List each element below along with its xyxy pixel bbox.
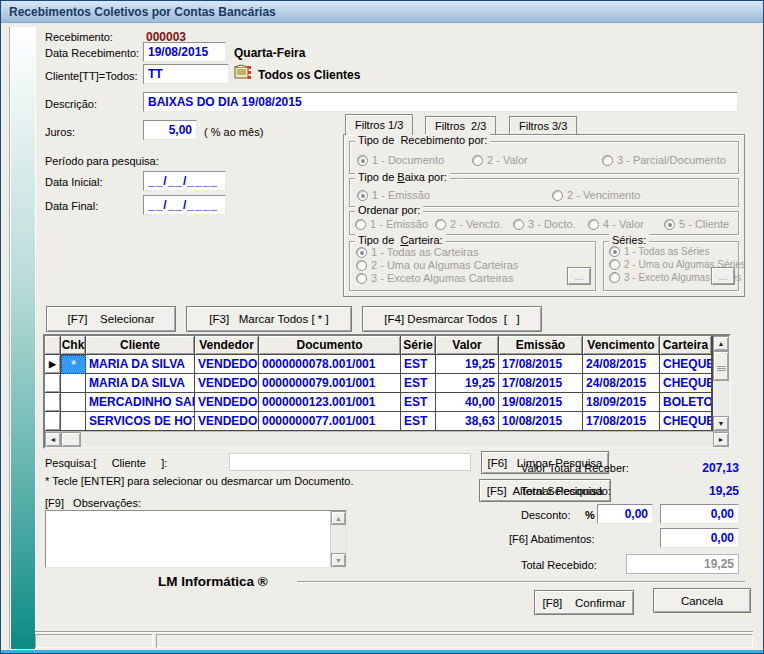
cell-cliente[interactable]: MERCADINHO SAN xyxy=(86,393,195,412)
cancela-button[interactable]: Cancela xyxy=(653,588,751,613)
col-header-vencimento[interactable]: Vencimento xyxy=(583,336,660,355)
marcar-todos-button[interactable]: [F3] Marcar Todos [ * ] xyxy=(186,306,352,332)
pesquisa-input[interactable] xyxy=(229,453,471,471)
cell-emissao[interactable]: 19/08/2015 xyxy=(499,393,583,412)
descricao-input[interactable] xyxy=(143,92,738,112)
cell-valor[interactable]: 40,00 xyxy=(436,393,499,412)
cell-carteira[interactable]: CHEQUE xyxy=(660,374,712,393)
cell-documento[interactable]: 0000000123.001/001 xyxy=(259,393,401,412)
data-inicial-input[interactable] xyxy=(143,171,226,191)
cell-vendedor[interactable]: VENDEDOR xyxy=(195,393,259,412)
cell-valor[interactable]: 19,25 xyxy=(436,374,499,393)
horizontal-scroll-thumb[interactable] xyxy=(61,432,81,447)
table-row[interactable]: SERVICOS DE HOT VENDEDOR 0000000077.001/… xyxy=(45,412,729,431)
tab-filtros-3[interactable]: Filtros 3/3 xyxy=(509,116,577,135)
table-row[interactable]: MERCADINHO SAN VENDEDOR 0000000123.001/0… xyxy=(45,393,729,412)
vertical-scroll-thumb[interactable] xyxy=(713,351,729,381)
cell-serie[interactable]: EST xyxy=(401,412,436,431)
scroll-right-icon[interactable]: ► xyxy=(713,432,729,447)
documents-grid: Chk Cliente Vendedor Documento Série Val… xyxy=(43,334,731,449)
cell-vencimento[interactable]: 24/08/2015 xyxy=(583,355,660,374)
data-final-input[interactable] xyxy=(143,195,226,215)
cell-documento[interactable]: 0000000078.001/001 xyxy=(259,355,401,374)
radio-ordenar-docto[interactable]: 3 - Docto. xyxy=(513,218,576,230)
cliente-lookup-icon[interactable] xyxy=(234,63,253,81)
desmarcar-todos-button[interactable]: [F4] Desmarcar Todos [ ] xyxy=(362,306,542,332)
col-header-vendedor[interactable]: Vendedor xyxy=(195,336,259,355)
tab-filtros-2[interactable]: Filtros 2/3 xyxy=(425,116,496,135)
grid-corner-cell xyxy=(45,336,61,355)
cell-documento[interactable]: 0000000077.001/001 xyxy=(259,412,401,431)
radio-ordenar-cliente[interactable]: 5 - Cliente xyxy=(664,218,729,230)
scroll-up-icon[interactable]: ▲ xyxy=(713,336,729,351)
col-header-carteira[interactable]: Carteira xyxy=(660,336,712,355)
cell-carteira[interactable]: BOLETO xyxy=(660,393,712,412)
cell-carteira[interactable]: CHEQUE xyxy=(660,412,712,431)
group-tipo-recebimento: Tipo de Recebimento por: 1 - Documento 2… xyxy=(349,141,739,174)
radio-carteira-algumas[interactable]: 2 - Uma ou Algumas Carteiras xyxy=(356,259,518,271)
series-ellipsis-button[interactable]: ... xyxy=(711,267,735,285)
radio-ordenar-valor[interactable]: 4 - Valor xyxy=(588,218,644,230)
cell-documento[interactable]: 0000000079.001/001 xyxy=(259,374,401,393)
cell-chk[interactable] xyxy=(61,374,86,393)
radio-ordenar-vencto[interactable]: 2 - Vencto. xyxy=(435,218,503,230)
radio-icon xyxy=(609,259,620,270)
scroll-down-icon[interactable]: ▼ xyxy=(331,553,346,567)
cell-carteira[interactable]: CHEQUE xyxy=(660,355,712,374)
cell-chk[interactable]: * xyxy=(61,355,86,374)
carteira-ellipsis-button[interactable]: ... xyxy=(567,267,591,285)
cell-chk[interactable] xyxy=(61,393,86,412)
cliente-input[interactable] xyxy=(143,64,229,84)
radio-recebimento-parcial[interactable]: 3 - Parcial/Documento xyxy=(602,154,726,166)
cell-valor[interactable]: 19,25 xyxy=(436,355,499,374)
cell-vencimento[interactable]: 18/09/2015 xyxy=(583,393,660,412)
tab-filtros-1[interactable]: Filtros 1/3 xyxy=(345,114,413,135)
cell-vencimento[interactable]: 24/08/2015 xyxy=(583,374,660,393)
desconto-percent-input[interactable] xyxy=(597,504,653,524)
title-bar[interactable]: Recebimentos Coletivos por Contas Bancár… xyxy=(1,1,763,23)
table-row[interactable]: ▶ * MARIA DA SILVA VENDEDOR 0000000078.0… xyxy=(45,355,729,374)
col-header-valor[interactable]: Valor xyxy=(436,336,499,355)
radio-recebimento-valor[interactable]: 2 - Valor xyxy=(472,154,528,166)
cell-serie[interactable]: EST xyxy=(401,374,436,393)
cell-vendedor[interactable]: VENDEDOR xyxy=(195,355,259,374)
cell-emissao[interactable]: 17/08/2015 xyxy=(499,355,583,374)
cell-cliente[interactable]: SERVICOS DE HOT xyxy=(86,412,195,431)
cell-serie[interactable]: EST xyxy=(401,393,436,412)
cell-valor[interactable]: 38,63 xyxy=(436,412,499,431)
col-header-cliente[interactable]: Cliente xyxy=(86,336,195,355)
cell-vendedor[interactable]: VENDEDOR xyxy=(195,412,259,431)
data-recebimento-input[interactable] xyxy=(143,42,226,62)
juros-input[interactable] xyxy=(143,120,197,140)
col-header-chk[interactable]: Chk xyxy=(61,336,86,355)
observacoes-textarea[interactable]: ▲ ▼ xyxy=(45,510,347,568)
desconto-valor-input[interactable] xyxy=(660,504,739,524)
scroll-left-icon[interactable]: ◄ xyxy=(45,432,61,447)
cell-serie[interactable]: EST xyxy=(401,355,436,374)
radio-baixa-vencimento[interactable]: 2 - Vencimento xyxy=(552,189,640,201)
cell-vendedor[interactable]: VENDEDOR xyxy=(195,374,259,393)
table-row[interactable]: MARIA DA SILVA VENDEDOR 0000000079.001/0… xyxy=(45,374,729,393)
radio-carteira-todas[interactable]: 1 - Todas as Carteiras xyxy=(356,246,478,258)
col-header-emissao[interactable]: Emissão xyxy=(499,336,583,355)
cell-cliente[interactable]: MARIA DA SILVA xyxy=(86,374,195,393)
confirmar-button[interactable]: [F8] Confirmar xyxy=(534,590,634,615)
scroll-up-icon[interactable]: ▲ xyxy=(331,511,346,525)
col-header-serie[interactable]: Série xyxy=(401,336,436,355)
radio-series-todas[interactable]: 1 - Todas as Séries xyxy=(609,246,709,257)
cell-chk[interactable] xyxy=(61,412,86,431)
scroll-down-icon[interactable]: ▼ xyxy=(713,416,729,431)
radio-carteira-exceto[interactable]: 3 - Exceto Algumas Carteiras xyxy=(356,272,513,284)
cell-vencimento[interactable]: 17/08/2015 xyxy=(583,412,660,431)
abatimentos-input[interactable] xyxy=(660,528,739,548)
cell-emissao[interactable]: 10/08/2015 xyxy=(499,412,583,431)
grid-horizontal-scrollbar[interactable]: ◄ ► xyxy=(45,431,729,447)
col-header-documento[interactable]: Documento xyxy=(259,336,401,355)
cell-cliente[interactable]: MARIA DA SILVA xyxy=(86,355,195,374)
selecionar-button[interactable]: [F7] Selecionar xyxy=(46,306,176,332)
radio-ordenar-emissao[interactable]: 1 - Emissão xyxy=(355,218,428,230)
radio-recebimento-documento[interactable]: 1 - Documento xyxy=(357,154,444,166)
cell-emissao[interactable]: 17/08/2015 xyxy=(499,374,583,393)
grid-vertical-scrollbar[interactable]: ▲ ▼ xyxy=(712,336,729,431)
radio-baixa-emissao[interactable]: 1 - Emissão xyxy=(357,189,430,201)
